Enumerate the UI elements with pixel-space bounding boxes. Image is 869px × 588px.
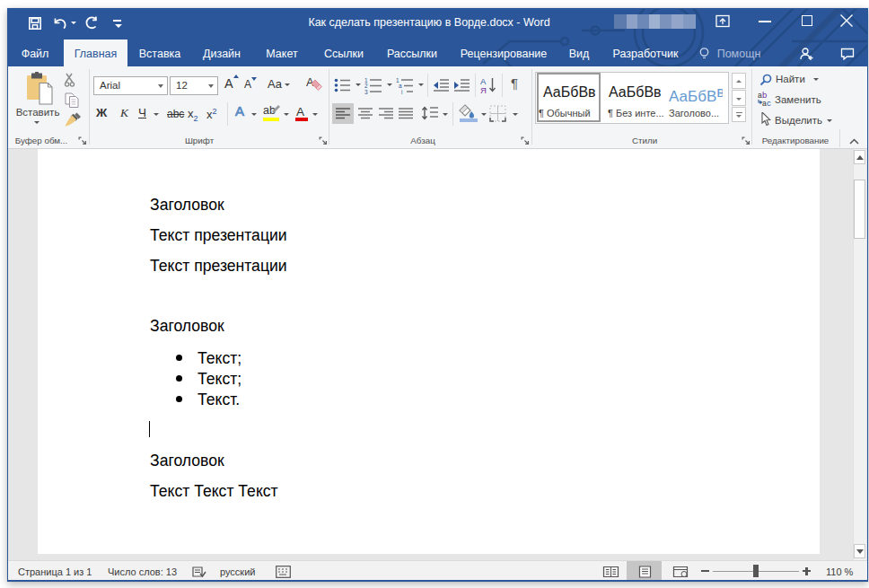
svg-text:c: c (767, 98, 771, 107)
svg-text:i: i (401, 89, 402, 95)
svg-text:3: 3 (364, 89, 368, 95)
svg-text:Я: Я (480, 85, 487, 94)
